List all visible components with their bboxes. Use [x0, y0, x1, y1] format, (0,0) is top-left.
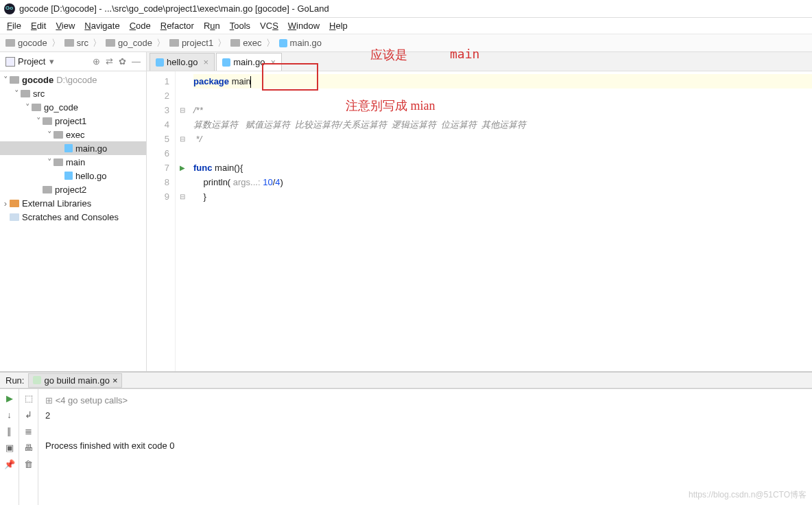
gear-icon[interactable]: ✿ [119, 56, 126, 67]
trash-button[interactable]: 🗑 [23, 458, 35, 470]
watermark: https://blog.csdn.n@51CTO博客 [689, 487, 807, 502]
tree-go-code[interactable]: ˅go_code [0, 100, 146, 114]
project-icon [5, 57, 15, 67]
crumb-go-code[interactable]: go_code [106, 38, 152, 48]
close-icon[interactable]: × [112, 375, 118, 386]
go-file-icon [279, 39, 287, 47]
pin-button[interactable]: 📌 [3, 458, 16, 470]
crumb-src[interactable]: src [64, 38, 88, 48]
go-file-icon [222, 58, 230, 67]
run-toolbar-left: ▶ ↓ ‖ ▣ 📌 [0, 389, 19, 505]
tree-main-go[interactable]: main.go [0, 141, 146, 155]
folder-icon [106, 39, 115, 47]
run-config-icon [33, 376, 41, 384]
run-panel: ▶ ↓ ‖ ▣ 📌 ⬚ ↲ ≣ 🖶 🗑 ⊞ <4 go setup calls>… [0, 388, 812, 505]
pause-button[interactable]: ‖ [3, 425, 16, 437]
folder-icon [21, 90, 30, 97]
tree-exec[interactable]: ˅exec [0, 128, 146, 141]
soft-wrap-button[interactable]: ↲ [23, 408, 35, 421]
tab-main-go[interactable]: main.go× [216, 53, 282, 71]
sidebar-header: Project ▾ ⊕ ⇄ ✿ — [0, 52, 146, 71]
scratches-icon [10, 213, 19, 221]
up-button[interactable]: ⬚ [23, 392, 35, 404]
crumb-main-go[interactable]: main.go [279, 38, 322, 48]
folder-icon [5, 39, 15, 47]
tree-hello-go[interactable]: hello.go [0, 169, 146, 183]
menu-help[interactable]: Help [325, 19, 352, 32]
menu-vcs[interactable]: VCS [256, 19, 283, 32]
menu-file[interactable]: File [3, 19, 25, 32]
go-file-icon [64, 172, 73, 180]
run-label: Run: [5, 375, 24, 386]
close-icon[interactable]: × [270, 57, 276, 67]
tree-ext-lib[interactable]: ›External Libraries [0, 196, 146, 210]
fold-column: ⊟⊟▶⊟ [176, 71, 189, 371]
run-gutter-icon[interactable]: ▶ [176, 161, 189, 175]
folder-icon [169, 39, 179, 47]
crumb-exec[interactable]: exec [230, 38, 261, 48]
target-icon[interactable]: ⊕ [93, 56, 100, 67]
stop-up-button[interactable]: ↓ [3, 408, 16, 421]
folder-icon [230, 39, 240, 47]
menu-navigate[interactable]: Navigate [80, 19, 123, 32]
expand-icon[interactable]: ⇄ [106, 56, 113, 67]
close-icon[interactable]: × [204, 57, 209, 67]
folder-icon [43, 186, 52, 193]
editor-tabs: hello.go× main.go× [147, 52, 812, 71]
menu-window[interactable]: Window [284, 19, 324, 32]
tab-hello-go[interactable]: hello.go× [150, 53, 215, 71]
scroll-end-button[interactable]: ≣ [23, 425, 35, 437]
print-button[interactable]: 🖶 [23, 441, 35, 454]
folder-icon [10, 76, 19, 84]
tree-src[interactable]: ˅src [0, 86, 146, 100]
window-title: gocode [D:\gocode] - ...\src\go_code\pro… [19, 3, 329, 14]
library-icon [10, 200, 19, 207]
menu-tools[interactable]: Tools [226, 19, 254, 32]
run-config-tab[interactable]: go build main.go× [28, 373, 122, 388]
menu-refactor[interactable]: Refactor [156, 19, 198, 32]
sidebar-title[interactable]: Project [18, 56, 45, 67]
chevron-down-icon[interactable]: ▾ [49, 56, 54, 67]
menu-view[interactable]: View [51, 19, 79, 32]
crumb-project1[interactable]: project1 [169, 38, 213, 48]
hide-icon[interactable]: — [132, 56, 141, 67]
run-panel-header: Run: go build main.go× [0, 372, 812, 388]
breadcrumb: gocode〉 src〉 go_code〉 project1〉 exec〉 ma… [0, 34, 812, 52]
menu-edit[interactable]: Edit [27, 19, 50, 32]
editor-area: hello.go× main.go× 123456789 ⊟⊟▶⊟ packag… [147, 52, 812, 371]
console-output[interactable]: ⊞ <4 go setup calls> 2 Process finished … [38, 389, 812, 505]
tree-project1[interactable]: ˅project1 [0, 114, 146, 128]
line-gutter: 123456789 [147, 71, 176, 371]
title-bar: gocode [D:\gocode] - ...\src\go_code\pro… [0, 0, 812, 18]
crumb-gocode[interactable]: gocode [5, 38, 47, 48]
folder-icon [53, 158, 63, 166]
rerun-button[interactable]: ▶ [3, 392, 16, 404]
folder-icon [53, 131, 63, 139]
go-file-icon [156, 58, 164, 67]
menu-code[interactable]: Code [126, 19, 155, 32]
project-sidebar: Project ▾ ⊕ ⇄ ✿ — ˅gocodeD:\gocode ˅src … [0, 52, 147, 371]
project-tree: ˅gocodeD:\gocode ˅src ˅go_code ˅project1… [0, 71, 146, 371]
app-icon [4, 3, 15, 14]
menu-bar: File Edit View Navigate Code Refactor Ru… [0, 18, 812, 34]
run-toolbar-right: ⬚ ↲ ≣ 🖶 🗑 [19, 389, 38, 505]
tree-scratches[interactable]: Scratches and Consoles [0, 210, 146, 224]
menu-run[interactable]: Run [200, 19, 224, 32]
tree-root[interactable]: ˅gocodeD:\gocode [0, 73, 146, 86]
folder-icon [64, 39, 74, 47]
code-editor[interactable]: 123456789 ⊟⊟▶⊟ package main /** 算数运算符 赋值… [147, 71, 812, 371]
tree-project2[interactable]: project2 [0, 183, 146, 196]
tree-main-dir[interactable]: ˅main [0, 155, 146, 169]
dump-button[interactable]: ▣ [3, 441, 16, 454]
go-file-icon [64, 144, 73, 152]
folder-icon [32, 104, 41, 111]
folder-icon [43, 117, 52, 125]
